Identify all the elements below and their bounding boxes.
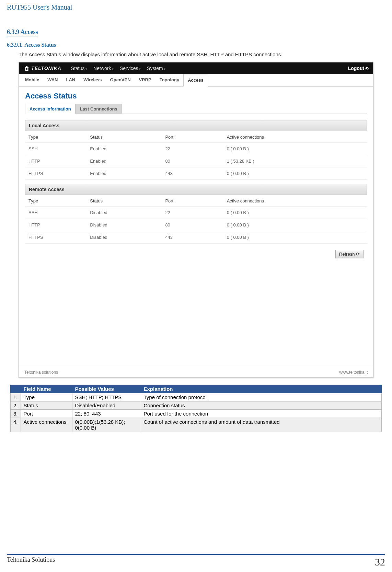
col-blank xyxy=(11,385,21,393)
table-row: HTTPEnabled801 ( 53.28 KB ) xyxy=(25,155,367,167)
col-port: Port xyxy=(162,195,223,207)
intro-text: The Access Status window displays inform… xyxy=(19,51,385,57)
subsection-heading: 6.3.9.1 Access Status xyxy=(7,42,385,48)
tab-wan[interactable]: WAN xyxy=(43,74,62,86)
col-conns: Active connections xyxy=(223,195,367,207)
section-number: 6.3.9 xyxy=(7,28,19,35)
table-row: HTTPSDisabled4430 ( 0.00 B ) xyxy=(25,231,367,244)
col-status: Status xyxy=(87,131,162,143)
page-title: Access Status xyxy=(25,92,367,101)
table-row: 3.Port22; 80; 443Port used for the conne… xyxy=(11,410,382,418)
table-row: HTTPSEnabled4430 ( 0.00 B ) xyxy=(25,167,367,180)
main-menu: Status Network Services System xyxy=(71,66,166,71)
sub-nav: Mobile WAN LAN Wireless OpenVPN VRRP Top… xyxy=(19,74,373,87)
tab-lan[interactable]: LAN xyxy=(62,74,80,86)
footer-left: Teltonika solutions xyxy=(24,370,58,375)
tab-wireless[interactable]: Wireless xyxy=(79,74,106,86)
remote-access-table: Type Status Port Active connections SSHD… xyxy=(25,195,367,244)
tab-vrrp[interactable]: VRRP xyxy=(135,74,155,86)
table-row: 1.TypeSSH; HTTP; HTTPSType of connection… xyxy=(11,393,382,401)
section-title: Access xyxy=(21,28,38,35)
screenshot-footer: Teltonika solutions www.teltonika.lt xyxy=(19,367,373,377)
subtab-access-info[interactable]: Access Information xyxy=(25,104,76,114)
content-area: Access Status Access Information Last Co… xyxy=(19,87,373,367)
col-type: Type xyxy=(25,195,87,207)
section-heading: 6.3.9 Access xyxy=(7,28,385,40)
tab-mobile[interactable]: Mobile xyxy=(21,74,43,86)
tab-access[interactable]: Access xyxy=(183,74,208,87)
brand-logo: TELTONIKA xyxy=(24,65,61,71)
table-row: 2.StatusDisabled/EnabledConnection statu… xyxy=(11,401,382,410)
table-row: SSHEnabled220 ( 0.00 B ) xyxy=(25,143,367,155)
field-explanation-table: Field Name Possible Values Explanation 1… xyxy=(10,385,382,432)
local-access-table: Type Status Port Active connections SSHE… xyxy=(25,131,367,180)
menu-services[interactable]: Services xyxy=(120,66,141,71)
col-possible-values: Possible Values xyxy=(72,385,141,393)
screenshot-panel: TELTONIKA Status Network Services System… xyxy=(19,62,373,378)
refresh-row: Refresh xyxy=(25,244,367,261)
footer-brand: Teltonika Solutions xyxy=(7,556,55,568)
menu-system[interactable]: System xyxy=(147,66,165,71)
tab-topology[interactable]: Topology xyxy=(155,74,184,86)
subsection-number: 6.3.9.1 xyxy=(7,42,22,48)
table-row: SSHDisabled220 ( 0.00 B ) xyxy=(25,207,367,219)
page-number: 32 xyxy=(375,556,385,568)
sub-tabs: Access Information Last Connections xyxy=(25,104,367,114)
col-explanation: Explanation xyxy=(141,385,381,393)
col-type: Type xyxy=(25,131,87,143)
spacer xyxy=(25,261,367,364)
local-access-header: Local Access xyxy=(25,120,367,131)
doc-footer: Teltonika Solutions 32 xyxy=(7,554,385,568)
logout-button[interactable]: Logout xyxy=(348,66,368,71)
col-port: Port xyxy=(162,131,223,143)
navbar: TELTONIKA Status Network Services System… xyxy=(19,62,373,74)
subtab-last-conns[interactable]: Last Connections xyxy=(76,104,122,114)
col-status: Status xyxy=(87,195,162,207)
table-row: 4.Active connections0(0.00B);1(53.28 KB)… xyxy=(11,418,382,432)
tab-openvpn[interactable]: OpenVPN xyxy=(106,74,135,86)
brand-text: TELTONIKA xyxy=(31,66,61,71)
table-row: HTTPDisabled800 ( 0.00 B ) xyxy=(25,219,367,231)
footer-right: www.teltonika.lt xyxy=(339,370,368,375)
menu-status[interactable]: Status xyxy=(71,66,87,71)
subsection-title: Access Status xyxy=(24,42,56,48)
menu-network[interactable]: Network xyxy=(93,66,114,71)
refresh-button[interactable]: Refresh xyxy=(335,250,364,258)
col-field-name: Field Name xyxy=(21,385,72,393)
doc-header: RUT955 User's Manual xyxy=(7,3,385,11)
remote-access-header: Remote Access xyxy=(25,184,367,195)
col-conns: Active connections xyxy=(223,131,367,143)
teltonika-icon xyxy=(24,65,30,71)
